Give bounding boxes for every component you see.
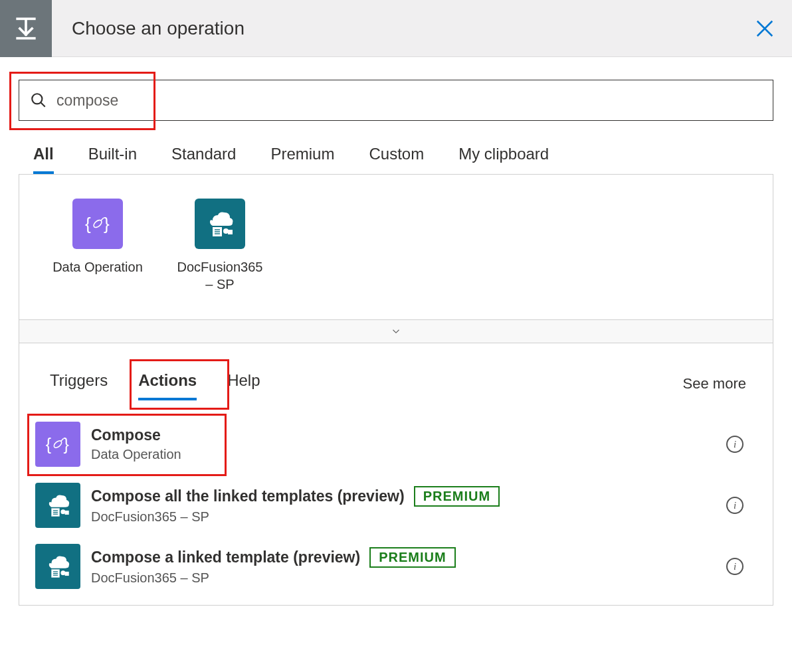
svg-rect-1: [16, 37, 35, 39]
search-icon: [30, 92, 47, 109]
svg-rect-29: [65, 572, 69, 576]
filter-tab-builtin[interactable]: Built-in: [88, 145, 137, 174]
search-box[interactable]: [19, 80, 773, 121]
action-compose-all-linked[interactable]: Compose all the linked templates (previe…: [31, 475, 761, 536]
filter-tab-clipboard[interactable]: My clipboard: [458, 145, 549, 174]
search-container: [19, 80, 773, 121]
close-button[interactable]: [755, 19, 775, 41]
action-subtitle: DocFusion365 – SP: [91, 570, 726, 586]
premium-badge: PREMIUM: [369, 547, 455, 568]
connector-label: DocFusion365 – SP: [173, 258, 266, 293]
insert-step-icon: [11, 14, 41, 43]
search-input[interactable]: [56, 92, 762, 110]
connector-docfusion[interactable]: DocFusion365 – SP: [173, 199, 266, 293]
action-text: Compose all the linked templates (previe…: [91, 486, 726, 525]
results-panel: { } Data Operation: [19, 174, 773, 606]
info-button[interactable]: i: [726, 436, 743, 453]
action-text: Compose a linked template (preview) PREM…: [91, 547, 726, 586]
action-list: { } Compose Data Operation i: [19, 400, 773, 605]
docfusion-icon: [35, 483, 80, 528]
premium-badge: PREMIUM: [414, 486, 500, 507]
svg-point-2: [32, 94, 42, 104]
subtab-help[interactable]: Help: [223, 367, 264, 400]
see-more-link[interactable]: See more: [683, 375, 746, 392]
filter-tab-standard[interactable]: Standard: [171, 145, 236, 174]
chevron-down-icon: [390, 325, 402, 337]
dialog-header: Choose an operation: [0, 0, 792, 57]
svg-point-22: [60, 509, 65, 514]
action-subtitle: Data Operation: [91, 447, 726, 462]
dialog-title: Choose an operation: [72, 18, 245, 39]
info-button[interactable]: i: [726, 497, 743, 514]
action-title: Compose all the linked templates (previe…: [91, 487, 405, 505]
svg-rect-13: [228, 230, 233, 234]
action-title: Compose a linked template (preview): [91, 548, 360, 566]
action-compose-linked[interactable]: Compose a linked template (preview) PREM…: [31, 536, 761, 597]
svg-rect-23: [65, 511, 69, 515]
subtabs-row: Triggers Actions Help See more: [19, 343, 773, 400]
operation-header-icon: [0, 0, 52, 57]
action-subtitle: DocFusion365 – SP: [91, 509, 726, 525]
subtab-actions[interactable]: Actions: [134, 367, 201, 400]
docfusion-icon: [35, 544, 80, 589]
filter-tab-all[interactable]: All: [33, 145, 54, 174]
svg-text:{: {: [46, 435, 51, 454]
filter-tab-premium[interactable]: Premium: [270, 145, 334, 174]
svg-line-3: [41, 102, 45, 107]
close-icon: [755, 19, 775, 39]
info-button[interactable]: i: [726, 558, 743, 575]
filter-tabs: All Built-in Standard Premium Custom My …: [33, 145, 773, 174]
svg-point-12: [223, 228, 229, 234]
data-operation-icon: { }: [35, 422, 80, 467]
svg-text:}: }: [104, 214, 110, 234]
connector-label: Data Operation: [52, 258, 143, 276]
docfusion-icon: [195, 199, 245, 249]
collapse-toggle[interactable]: [19, 319, 773, 343]
svg-text:}: }: [64, 435, 69, 454]
svg-text:{: {: [85, 214, 91, 234]
action-text: Compose Data Operation: [91, 426, 726, 462]
filter-tab-custom[interactable]: Custom: [369, 145, 424, 174]
connector-data-operation[interactable]: { } Data Operation: [51, 199, 144, 293]
subtabs: Triggers Actions Help: [46, 367, 264, 400]
svg-point-28: [60, 570, 65, 575]
action-compose[interactable]: { } Compose Data Operation i: [31, 414, 761, 475]
subtab-triggers[interactable]: Triggers: [46, 367, 112, 400]
connector-grid: { } Data Operation: [19, 175, 773, 319]
action-title: Compose: [91, 426, 161, 444]
data-operation-icon: { }: [72, 199, 123, 249]
